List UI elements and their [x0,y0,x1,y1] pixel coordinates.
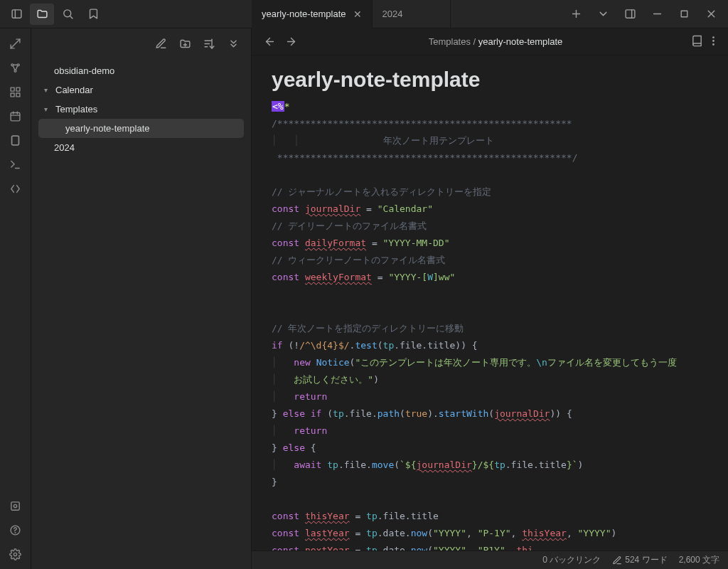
ribbon [0,28,31,569]
collapse-icon[interactable] [224,34,242,53]
chevron-down-icon: ▾ [44,86,55,94]
main-pane: Templates / yearly-note-template yearly-… [252,28,728,569]
svg-point-2 [63,10,70,17]
editor[interactable]: yearly-note-template <%* /**************… [252,55,728,569]
graph-view-icon[interactable] [4,57,27,78]
daily-note-icon[interactable] [4,105,27,127]
quick-switcher-icon[interactable] [4,33,27,54]
svg-rect-17 [11,92,14,96]
window-close-icon[interactable] [698,4,724,25]
view-header: Templates / yearly-note-template [252,28,728,55]
code-line: │ │ 年次ノート用テンプレート [272,132,708,149]
svg-rect-19 [11,112,20,120]
help-icon[interactable] [4,519,27,541]
svg-point-29 [15,532,16,533]
code-line [272,491,708,508]
nav-forward-icon[interactable] [282,33,300,51]
tab-2024[interactable]: 2024 [373,0,451,28]
code-line [272,286,708,303]
code-line: // ウィークリーノートのファイル名書式 [272,252,708,269]
svg-point-30 [14,553,16,555]
code-line: const journalDir = "Calendar" [272,201,708,218]
new-note-icon[interactable] [151,34,170,53]
sort-icon[interactable] [200,34,218,53]
tab-dropdown-icon[interactable] [590,4,616,25]
svg-rect-16 [16,87,20,91]
tab-bar: yearly-note-template ✕ 2024 [252,0,559,28]
new-folder-icon[interactable] [176,34,194,53]
folder-templates[interactable]: ▾ Templates [38,100,244,119]
code-line: } else if (tp.file.path(true).startWith(… [272,405,708,422]
code-line: } else { [272,440,708,457]
window-minimize-icon[interactable] [644,4,670,25]
svg-point-27 [14,504,16,507]
tab-label: yearly-note-template [262,9,346,19]
code-line: } [272,474,708,491]
file-2024[interactable]: 2024 [38,138,244,157]
status-chars[interactable]: 2,600 文字 [679,554,719,566]
code-line: /***************************************… [272,115,708,132]
command-palette-icon[interactable] [4,154,27,175]
file-tree: obsidian-demo ▾ Calendar ▾ Templates yea… [31,58,251,160]
code-line: const thisYear = tp.file.title [272,508,708,525]
code-line [272,303,708,320]
settings-icon[interactable] [4,543,27,565]
svg-rect-0 [12,10,21,18]
file-explorer-icon[interactable] [30,4,54,25]
breadcrumb[interactable]: Templates / yearly-note-template [306,36,685,47]
code-line: │ await tp.file.move(`${journalDir}/${tp… [272,457,708,474]
file-sidebar: obsidian-demo ▾ Calendar ▾ Templates yea… [31,28,252,569]
status-words[interactable]: 524 ワード [612,554,667,566]
code-line: │ new Notice("このテンプレートは年次ノート専用です。\nファイル名… [272,354,708,371]
code-line: │ return [272,422,708,440]
sidebar-left-toggle-icon[interactable] [4,4,28,25]
code-line: <%* [272,98,708,115]
folder-calendar[interactable]: ▾ Calendar [38,80,244,100]
vault-icon[interactable] [4,495,27,516]
sidebar-right-toggle-icon[interactable] [617,4,643,25]
more-options-icon[interactable] [707,35,719,49]
file-yearly-note-template[interactable]: yearly-note-template [38,119,244,138]
templater-icon[interactable] [4,178,27,199]
nav-back-icon[interactable] [260,33,279,51]
svg-rect-23 [12,136,19,145]
code-line: const weeklyFormat = "YYYY-[W]ww" [272,269,708,286]
status-backlinks[interactable]: 0 バックリンク [542,554,601,566]
window-maximize-icon[interactable] [671,4,697,25]
svg-rect-24 [12,136,19,145]
svg-point-36 [713,40,714,41]
svg-line-3 [70,16,72,18]
templates-icon[interactable] [4,129,27,151]
code-line: // デイリーノートのファイル名書式 [272,218,708,235]
titlebar: yearly-note-template ✕ 2024 [0,0,728,28]
code-line: │ return [272,388,708,405]
code-line [272,166,708,184]
code-line: ****************************************… [272,149,708,166]
search-icon[interactable] [55,4,80,25]
close-icon[interactable]: ✕ [353,9,362,20]
tab-label: 2024 [382,9,403,19]
svg-rect-6 [626,10,635,18]
vault-title[interactable]: obsidian-demo [38,61,244,80]
svg-point-37 [713,43,714,44]
status-bar: 0 バックリンク 524 ワード 2,600 文字 [252,551,728,569]
svg-rect-26 [11,501,19,509]
code-line: // 年次ノートを指定のディレクトリーに移動 [272,320,708,337]
new-tab-icon[interactable] [563,4,589,25]
code-line: const dailyFormat = "YYYY-MM-DD" [272,235,708,252]
svg-rect-15 [11,87,14,91]
code-line: const lastYear = tp.date.now("YYYY", "P-… [272,525,708,542]
chevron-down-icon: ▾ [44,105,55,113]
note-title[interactable]: yearly-note-template [272,71,708,88]
code-line: if (!/^\d{4}$/.test(tp.file.title)) { [272,337,708,354]
svg-point-35 [713,36,714,37]
canvas-icon[interactable] [4,81,27,102]
code-line: │ お試しください。") [272,371,708,388]
bookmark-icon[interactable] [81,4,105,25]
reading-mode-icon[interactable] [691,35,703,49]
svg-rect-18 [16,92,20,96]
code-line: // ジャーナルノートを入れるディレクトリーを指定 [272,184,708,201]
tab-yearly-note-template[interactable]: yearly-note-template ✕ [252,0,373,28]
svg-rect-9 [681,11,687,17]
